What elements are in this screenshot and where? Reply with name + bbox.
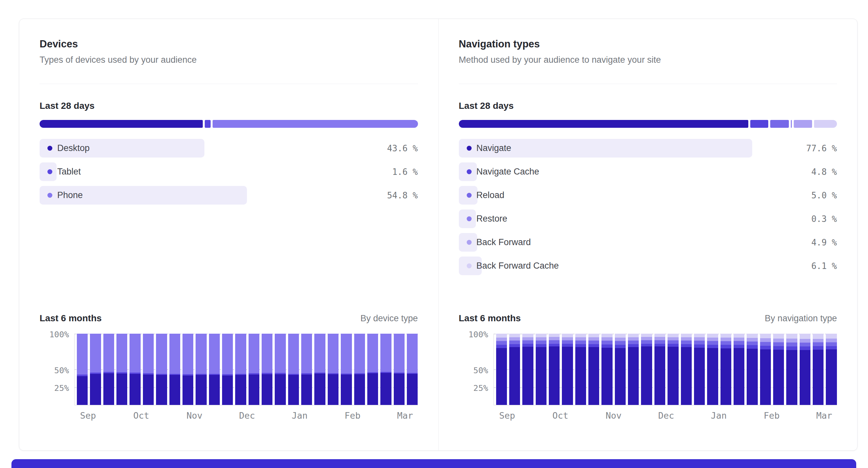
stacked-bar [380, 334, 391, 405]
bar-segment-navigate-cache [522, 344, 533, 347]
bar-segment-back-forward [509, 337, 520, 340]
bar-segment-navigate-cache [786, 346, 797, 350]
stacked-bar [394, 334, 405, 405]
navigation-share-bar [459, 120, 837, 128]
share-segment-navigate-cache [750, 120, 768, 128]
bar-segment-back-forward [694, 337, 705, 340]
breakdown-row-phone[interactable]: Phone54.8 % [39, 186, 418, 205]
breakdown-row-back-forward-cache[interactable]: Back Forward Cache6.1 % [459, 257, 837, 275]
bar-segment-navigate-cache [800, 346, 810, 350]
row-value: 5.0 % [811, 186, 837, 205]
x-tick-label: Sep [80, 410, 96, 421]
row-label: Navigate Cache [476, 167, 539, 177]
bar-segment-back-forward [800, 339, 810, 342]
bar-segment-desktop [90, 374, 101, 405]
stacked-bar [654, 334, 665, 405]
devices-breakdown-list: Desktop43.6 %Tablet1.6 %Phone54.8 % [39, 139, 418, 313]
stacked-bar [354, 334, 365, 405]
bar-segment-back-forward [601, 337, 612, 340]
bar-segment-reload [681, 340, 692, 344]
breakdown-row-navigate-cache[interactable]: Navigate Cache4.8 % [459, 162, 837, 181]
bar-segment-back-forward-cache [536, 334, 547, 337]
breakdown-row-tablet[interactable]: Tablet1.6 % [39, 162, 418, 181]
bar-segment-navigate-cache [615, 345, 626, 348]
stacked-bar [103, 334, 114, 405]
bar-segment-navigate [641, 346, 652, 405]
x-tick-label: Feb [345, 410, 361, 421]
stacked-bar [314, 334, 325, 405]
bar-segment-navigate-cache [536, 344, 547, 347]
bar-segment-navigate [536, 347, 547, 405]
row-label: Back Forward [476, 237, 531, 247]
breakdown-row-restore[interactable]: Restore0.3 % [459, 209, 837, 228]
bar-segment-back-forward [773, 339, 784, 342]
bar-segment-back-forward-cache [549, 334, 560, 337]
bar-segment-phone [380, 334, 391, 372]
devices-history-label: Last 6 months [39, 313, 102, 324]
bar-segment-back-forward [615, 338, 626, 341]
bar-segment-phone [261, 334, 273, 373]
navigation-types-panel: Navigation types Method used by your aud… [439, 19, 858, 450]
stacked-bar [522, 334, 533, 405]
bar-segment-phone [103, 334, 114, 372]
row-value: 54.8 % [387, 186, 418, 205]
breakdown-row-back-forward[interactable]: Back Forward4.9 % [459, 233, 837, 252]
bar-segment-back-forward-cache [615, 334, 626, 338]
bar-segment-navigate [826, 349, 837, 405]
header-divider [459, 83, 837, 84]
bar-segment-desktop [261, 374, 273, 405]
bar-segment-navigate-cache [681, 344, 692, 347]
y-tick-label: 100% [50, 330, 69, 339]
breakdown-row-desktop[interactable]: Desktop43.6 % [39, 139, 418, 158]
bar-segment-back-forward-cache [813, 334, 824, 339]
bar-segment-phone [169, 334, 180, 374]
row-value: 1.6 % [392, 162, 417, 181]
bar-segment-back-forward-cache [694, 334, 705, 337]
bar-segment-navigate [588, 347, 599, 405]
x-tick-label: Nov [186, 410, 203, 421]
breakdown-row-reload[interactable]: Reload5.0 % [459, 186, 837, 205]
stacked-bar [301, 334, 312, 405]
bar-segment-navigate [668, 347, 678, 405]
bar-segment-back-forward-cache [734, 334, 744, 338]
bar-segment-back-forward [760, 338, 771, 342]
stacked-bar [826, 334, 837, 405]
x-tick-label: Feb [764, 410, 780, 421]
share-segment-navigate [459, 120, 749, 128]
legend-dot-icon [467, 193, 472, 198]
bar-segment-phone [156, 334, 167, 374]
row-label: Desktop [57, 143, 90, 153]
bar-segment-back-forward-cache [760, 334, 771, 338]
bar-segment-phone [129, 334, 140, 373]
bar-segment-navigate [747, 349, 757, 405]
bar-segment-phone [275, 334, 285, 373]
stacked-bar [773, 334, 784, 405]
bar-segment-reload [615, 341, 626, 345]
bar-segment-reload [562, 340, 573, 344]
bar-segment-desktop [301, 374, 312, 405]
bar-segment-desktop [222, 375, 233, 405]
bar-segment-navigate [549, 346, 560, 405]
bar-segment-navigate [734, 348, 744, 405]
bar-segment-phone [288, 334, 299, 374]
bar-segment-navigate [773, 350, 784, 405]
bar-segment-reload [628, 340, 639, 344]
bar-segment-desktop [156, 375, 167, 405]
legend-dot-icon [467, 169, 472, 174]
row-value: 6.1 % [811, 257, 837, 275]
stacked-bar [195, 334, 206, 405]
bar-segment-desktop [77, 376, 88, 405]
x-tick-label: Dec [658, 410, 674, 421]
bar-segment-back-forward-cache [800, 334, 810, 339]
row-label: Phone [57, 190, 83, 200]
x-tick-label: Nov [606, 410, 622, 421]
bar-segment-back-forward [668, 337, 678, 340]
navigation-breakdown-list: Navigate77.6 %Navigate Cache4.8 %Reload5… [459, 139, 837, 313]
devices-panel: Devices Types of devices used by your au… [19, 19, 438, 450]
devices-history-chart: 100%50%25%SepOctNovDecJanFebMar [39, 334, 418, 422]
bar-segment-desktop [117, 373, 127, 405]
bar-segment-navigate [496, 348, 507, 405]
x-tick-label: Jan [711, 410, 727, 421]
breakdown-row-navigate[interactable]: Navigate77.6 % [459, 139, 837, 158]
bar-segment-navigate-cache [641, 344, 652, 347]
